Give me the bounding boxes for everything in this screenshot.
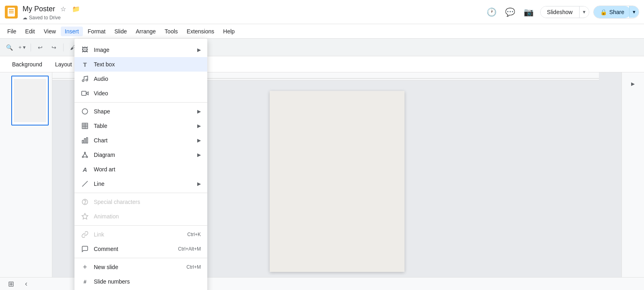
svg-rect-13 (87, 138, 88, 143)
menu-format[interactable]: Format (84, 27, 109, 36)
insert-textbox-item[interactable]: T Text box (74, 57, 207, 72)
svg-rect-11 (82, 140, 83, 143)
menu-arrange[interactable]: Arrange (132, 27, 160, 36)
right-panel: ▸ (621, 72, 644, 290)
insert-menu-section-5: + New slide Ctrl+M # Slide numbers Place… (74, 258, 207, 290)
right-panel-arrow-button[interactable]: ▸ (625, 76, 641, 92)
slideshow-main-button[interactable]: Slideshow (541, 6, 580, 18)
insert-video-item[interactable]: Video (74, 86, 207, 101)
app-logo (5, 6, 18, 19)
menu-edit[interactable]: Edit (21, 27, 39, 36)
video-icon (81, 89, 89, 97)
slide-thumbnail[interactable] (11, 76, 49, 125)
menu-tools[interactable]: Tools (161, 27, 182, 36)
insert-shape-item[interactable]: Shape ▶ (74, 104, 207, 119)
search-button[interactable]: 🔍 (3, 41, 15, 53)
menu-slide[interactable]: Slide (110, 27, 131, 36)
svg-line-17 (83, 153, 85, 156)
svg-marker-3 (86, 92, 88, 95)
svg-line-18 (85, 153, 87, 156)
grid-view-button[interactable]: ⊞ (5, 278, 17, 290)
star-button[interactable]: ☆ (58, 3, 69, 14)
svg-rect-4 (82, 91, 86, 96)
insert-special-chars-item: Special characters (74, 195, 207, 209)
menu-bar: File Edit View Insert Format Slide Arran… (0, 24, 644, 39)
history-button[interactable]: 🕐 (485, 5, 499, 19)
slide-thumbnail-inner (14, 79, 46, 122)
undo-button[interactable]: ↩ (34, 41, 46, 53)
top-bar-right: 🕐 💬 📷 Slideshow ▾ 🔒 Share ▾ (485, 5, 639, 19)
insert-slide-numbers-item[interactable]: # Slide numbers (74, 274, 207, 289)
insert-new-slide-item[interactable]: + New slide Ctrl+M (74, 260, 207, 274)
svg-point-16 (87, 156, 88, 158)
insert-line-item[interactable]: Line ▶ (74, 177, 207, 191)
folder-button[interactable]: 📁 (70, 3, 82, 14)
slideshow-button-group: Slideshow ▾ (540, 6, 589, 18)
insert-dropdown-menu: 🖼 Image ▶ T Text box Audio Video Shape (74, 39, 207, 290)
insert-animation-item: Animation (74, 209, 207, 224)
insert-menu-section-3: Special characters Animation (74, 193, 207, 226)
cloud-save-status: ☁ Saved to Drive (23, 15, 82, 21)
comment-button[interactable]: 💬 (503, 5, 518, 19)
insert-audio-item[interactable]: Audio (74, 72, 207, 86)
insert-table-item[interactable]: Table ▶ (74, 119, 207, 133)
svg-point-1 (82, 80, 84, 82)
zoom-menu-button[interactable]: + ▾ (17, 41, 27, 53)
insert-link-item: Link Ctrl+K (74, 227, 207, 242)
comment-icon (81, 245, 89, 253)
svg-point-15 (82, 156, 83, 158)
svg-point-14 (85, 152, 86, 153)
doc-title[interactable]: My Poster (23, 5, 55, 13)
svg-rect-6 (82, 123, 88, 129)
toolbar-divider-2 (63, 43, 64, 51)
svg-point-5 (82, 109, 88, 114)
redo-button[interactable]: ↪ (48, 41, 60, 53)
svg-point-2 (86, 79, 88, 81)
share-chevron-button[interactable]: ▾ (629, 6, 639, 18)
wordart-icon: A (81, 165, 89, 173)
slide-numbers-icon: # (81, 278, 89, 286)
insert-menu-section-4: Link Ctrl+K Comment Ctrl+Alt+M (74, 226, 207, 258)
image-icon: 🖼 (81, 46, 89, 54)
cloud-icon: ☁ (23, 15, 27, 21)
insert-image-item[interactable]: 🖼 Image ▶ (74, 43, 207, 57)
new-slide-icon: + (81, 263, 89, 271)
diagram-icon (81, 151, 89, 159)
insert-menu-section-1: 🖼 Image ▶ T Text box Audio Video (74, 41, 207, 103)
collapse-panel-button[interactable]: ‹ (20, 278, 32, 290)
lock-icon: 🔒 (600, 9, 607, 15)
insert-comment-item[interactable]: Comment Ctrl+Alt+M (74, 242, 207, 256)
menu-extensions[interactable]: Extensions (183, 27, 218, 36)
audio-icon (81, 75, 89, 83)
menu-insert[interactable]: Insert (61, 27, 83, 36)
menu-help[interactable]: Help (219, 27, 239, 36)
toolbar-divider-1 (31, 43, 31, 51)
layout-button[interactable]: Layout (50, 59, 78, 70)
slides-panel: 1 (0, 72, 52, 290)
svg-line-20 (82, 181, 88, 187)
insert-menu-section-2: Shape ▶ Table ▶ Chart ▶ Diagram ▶ A W (74, 103, 207, 193)
insert-diagram-item[interactable]: Diagram ▶ (74, 148, 207, 162)
menu-file[interactable]: File (3, 27, 21, 36)
line-icon (81, 180, 89, 188)
present-button[interactable]: 📷 (522, 5, 536, 19)
link-icon (81, 230, 89, 239)
svg-rect-12 (85, 139, 86, 143)
slideshow-chevron-button[interactable]: ▾ (580, 6, 589, 17)
background-button[interactable]: Background (6, 59, 48, 70)
top-bar: My Poster ☆ 📁 ☁ Saved to Drive 🕐 💬 📷 Sli… (0, 0, 644, 24)
share-button[interactable]: 🔒 Share (594, 6, 631, 18)
textbox-icon: T (81, 60, 89, 68)
slide-canvas[interactable] (270, 91, 405, 272)
svg-point-22 (85, 203, 85, 204)
table-icon (81, 122, 89, 130)
menu-view[interactable]: View (40, 27, 60, 36)
insert-chart-item[interactable]: Chart ▶ (74, 133, 207, 148)
chart-icon (81, 136, 89, 144)
special-chars-icon (81, 198, 89, 206)
shape-icon (81, 107, 89, 115)
insert-wordart-item[interactable]: A Word art (74, 162, 207, 177)
animation-icon (81, 212, 89, 220)
doc-title-area: My Poster ☆ 📁 ☁ Saved to Drive (23, 3, 82, 21)
